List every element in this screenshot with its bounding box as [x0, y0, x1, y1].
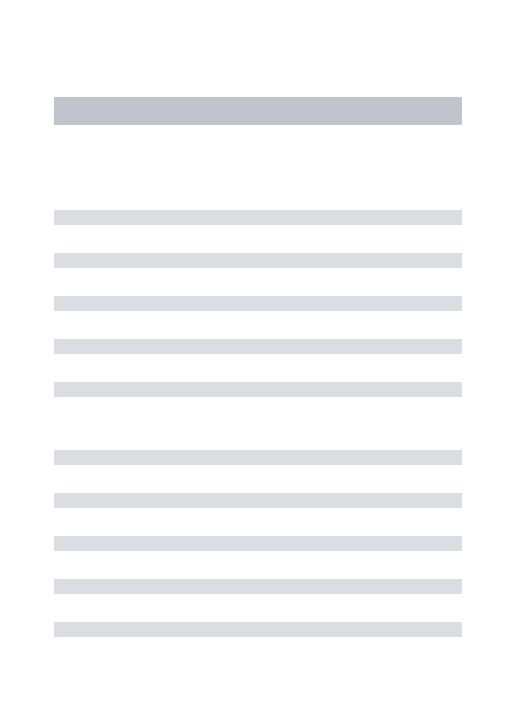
text-line-placeholder — [54, 450, 462, 465]
text-line-placeholder — [54, 339, 462, 354]
text-line-placeholder — [54, 579, 462, 594]
title-placeholder — [54, 97, 462, 125]
text-line-placeholder — [54, 493, 462, 508]
text-line-placeholder — [54, 210, 462, 225]
text-line-placeholder — [54, 296, 462, 311]
text-line-placeholder — [54, 382, 462, 397]
text-line-placeholder — [54, 622, 462, 637]
text-line-placeholder — [54, 536, 462, 551]
text-line-placeholder — [54, 253, 462, 268]
